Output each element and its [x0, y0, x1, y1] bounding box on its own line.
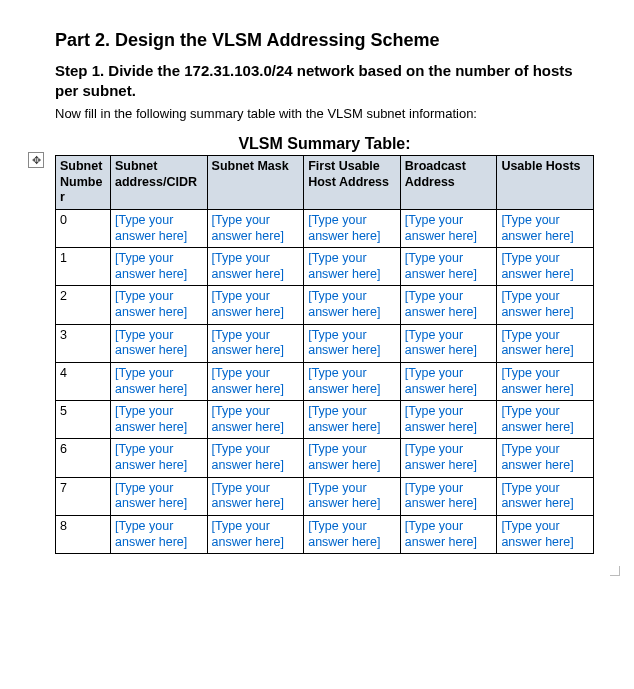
answer-cell[interactable]: [Type your answer here]	[111, 209, 208, 247]
answer-cell[interactable]: [Type your answer here]	[111, 477, 208, 515]
placeholder-text[interactable]: [Type your answer here]	[405, 442, 477, 472]
answer-cell[interactable]: [Type your answer here]	[111, 324, 208, 362]
placeholder-text[interactable]: [Type your answer here]	[212, 481, 284, 511]
answer-cell[interactable]: [Type your answer here]	[497, 515, 594, 553]
answer-cell[interactable]: [Type your answer here]	[400, 439, 497, 477]
placeholder-text[interactable]: [Type your answer here]	[308, 442, 380, 472]
answer-cell[interactable]: [Type your answer here]	[497, 209, 594, 247]
answer-cell[interactable]: [Type your answer here]	[304, 248, 401, 286]
answer-cell[interactable]: [Type your answer here]	[400, 286, 497, 324]
vlsm-summary-table: Subnet Number Subnet address/CIDR Subnet…	[55, 155, 594, 554]
placeholder-text[interactable]: [Type your answer here]	[501, 213, 573, 243]
answer-cell[interactable]: [Type your answer here]	[497, 477, 594, 515]
placeholder-text[interactable]: [Type your answer here]	[405, 519, 477, 549]
answer-cell[interactable]: [Type your answer here]	[207, 286, 304, 324]
cell-subnet-number: 2	[56, 286, 111, 324]
answer-cell[interactable]: [Type your answer here]	[304, 324, 401, 362]
placeholder-text[interactable]: [Type your answer here]	[405, 481, 477, 511]
answer-cell[interactable]: [Type your answer here]	[207, 439, 304, 477]
answer-cell[interactable]: [Type your answer here]	[111, 401, 208, 439]
placeholder-text[interactable]: [Type your answer here]	[115, 366, 187, 396]
cell-subnet-number: 8	[56, 515, 111, 553]
answer-cell[interactable]: [Type your answer here]	[304, 401, 401, 439]
placeholder-text[interactable]: [Type your answer here]	[308, 366, 380, 396]
answer-cell[interactable]: [Type your answer here]	[207, 248, 304, 286]
placeholder-text[interactable]: [Type your answer here]	[501, 404, 573, 434]
answer-cell[interactable]: [Type your answer here]	[400, 515, 497, 553]
answer-cell[interactable]: [Type your answer here]	[400, 324, 497, 362]
answer-cell[interactable]: [Type your answer here]	[497, 362, 594, 400]
placeholder-text[interactable]: [Type your answer here]	[501, 328, 573, 358]
placeholder-text[interactable]: [Type your answer here]	[405, 328, 477, 358]
answer-cell[interactable]: [Type your answer here]	[497, 439, 594, 477]
answer-cell[interactable]: [Type your answer here]	[304, 439, 401, 477]
placeholder-text[interactable]: [Type your answer here]	[115, 404, 187, 434]
placeholder-text[interactable]: [Type your answer here]	[212, 404, 284, 434]
answer-cell[interactable]: [Type your answer here]	[497, 248, 594, 286]
answer-cell[interactable]: [Type your answer here]	[497, 286, 594, 324]
placeholder-text[interactable]: [Type your answer here]	[115, 328, 187, 358]
placeholder-text[interactable]: [Type your answer here]	[501, 519, 573, 549]
placeholder-text[interactable]: [Type your answer here]	[212, 442, 284, 472]
answer-cell[interactable]: [Type your answer here]	[304, 515, 401, 553]
placeholder-text[interactable]: [Type your answer here]	[501, 289, 573, 319]
answer-cell[interactable]: [Type your answer here]	[400, 248, 497, 286]
placeholder-text[interactable]: [Type your answer here]	[501, 366, 573, 396]
placeholder-text[interactable]: [Type your answer here]	[501, 481, 573, 511]
answer-cell[interactable]: [Type your answer here]	[304, 209, 401, 247]
answer-cell[interactable]: [Type your answer here]	[207, 362, 304, 400]
placeholder-text[interactable]: [Type your answer here]	[115, 251, 187, 281]
instruction-text: Now fill in the following summary table …	[55, 106, 594, 121]
placeholder-text[interactable]: [Type your answer here]	[212, 251, 284, 281]
answer-cell[interactable]: [Type your answer here]	[207, 324, 304, 362]
table-anchor-move-icon[interactable]: ✥	[28, 152, 44, 168]
answer-cell[interactable]: [Type your answer here]	[111, 248, 208, 286]
table-row: 7[Type your answer here][Type your answe…	[56, 477, 594, 515]
placeholder-text[interactable]: [Type your answer here]	[501, 442, 573, 472]
answer-cell[interactable]: [Type your answer here]	[207, 515, 304, 553]
placeholder-text[interactable]: [Type your answer here]	[405, 251, 477, 281]
answer-cell[interactable]: [Type your answer here]	[497, 401, 594, 439]
placeholder-text[interactable]: [Type your answer here]	[212, 213, 284, 243]
answer-cell[interactable]: [Type your answer here]	[111, 439, 208, 477]
placeholder-text[interactable]: [Type your answer here]	[308, 328, 380, 358]
placeholder-text[interactable]: [Type your answer here]	[308, 404, 380, 434]
placeholder-text[interactable]: [Type your answer here]	[308, 481, 380, 511]
placeholder-text[interactable]: [Type your answer here]	[212, 519, 284, 549]
answer-cell[interactable]: [Type your answer here]	[207, 209, 304, 247]
answer-cell[interactable]: [Type your answer here]	[111, 286, 208, 324]
placeholder-text[interactable]: [Type your answer here]	[212, 366, 284, 396]
cell-subnet-number: 4	[56, 362, 111, 400]
answer-cell[interactable]: [Type your answer here]	[400, 401, 497, 439]
placeholder-text[interactable]: [Type your answer here]	[405, 366, 477, 396]
placeholder-text[interactable]: [Type your answer here]	[308, 519, 380, 549]
placeholder-text[interactable]: [Type your answer here]	[212, 328, 284, 358]
placeholder-text[interactable]: [Type your answer here]	[115, 442, 187, 472]
placeholder-text[interactable]: [Type your answer here]	[308, 213, 380, 243]
answer-cell[interactable]: [Type your answer here]	[111, 362, 208, 400]
answer-cell[interactable]: [Type your answer here]	[497, 324, 594, 362]
placeholder-text[interactable]: [Type your answer here]	[308, 289, 380, 319]
placeholder-text[interactable]: [Type your answer here]	[501, 251, 573, 281]
answer-cell[interactable]: [Type your answer here]	[400, 209, 497, 247]
answer-cell[interactable]: [Type your answer here]	[207, 401, 304, 439]
answer-cell[interactable]: [Type your answer here]	[304, 477, 401, 515]
step-title: Step 1. Divide the 172.31.103.0/24 netwo…	[55, 61, 594, 100]
answer-cell[interactable]: [Type your answer here]	[111, 515, 208, 553]
placeholder-text[interactable]: [Type your answer here]	[405, 213, 477, 243]
answer-cell[interactable]: [Type your answer here]	[304, 362, 401, 400]
placeholder-text[interactable]: [Type your answer here]	[115, 519, 187, 549]
placeholder-text[interactable]: [Type your answer here]	[115, 289, 187, 319]
answer-cell[interactable]: [Type your answer here]	[400, 362, 497, 400]
placeholder-text[interactable]: [Type your answer here]	[308, 251, 380, 281]
answer-cell[interactable]: [Type your answer here]	[304, 286, 401, 324]
answer-cell[interactable]: [Type your answer here]	[207, 477, 304, 515]
col-header-subnet-number: Subnet Number	[56, 156, 111, 210]
placeholder-text[interactable]: [Type your answer here]	[405, 404, 477, 434]
placeholder-text[interactable]: [Type your answer here]	[405, 289, 477, 319]
answer-cell[interactable]: [Type your answer here]	[400, 477, 497, 515]
placeholder-text[interactable]: [Type your answer here]	[212, 289, 284, 319]
table-row: 6[Type your answer here][Type your answe…	[56, 439, 594, 477]
placeholder-text[interactable]: [Type your answer here]	[115, 213, 187, 243]
placeholder-text[interactable]: [Type your answer here]	[115, 481, 187, 511]
